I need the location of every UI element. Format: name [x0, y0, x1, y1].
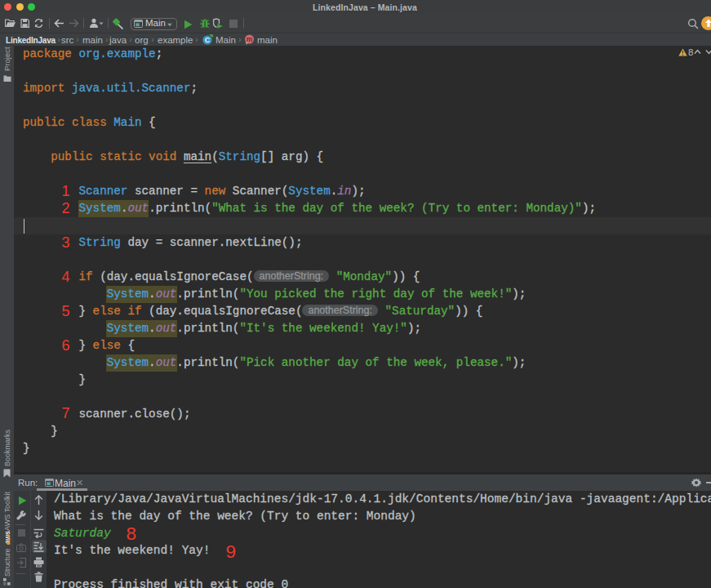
- svg-text:C: C: [205, 36, 211, 44]
